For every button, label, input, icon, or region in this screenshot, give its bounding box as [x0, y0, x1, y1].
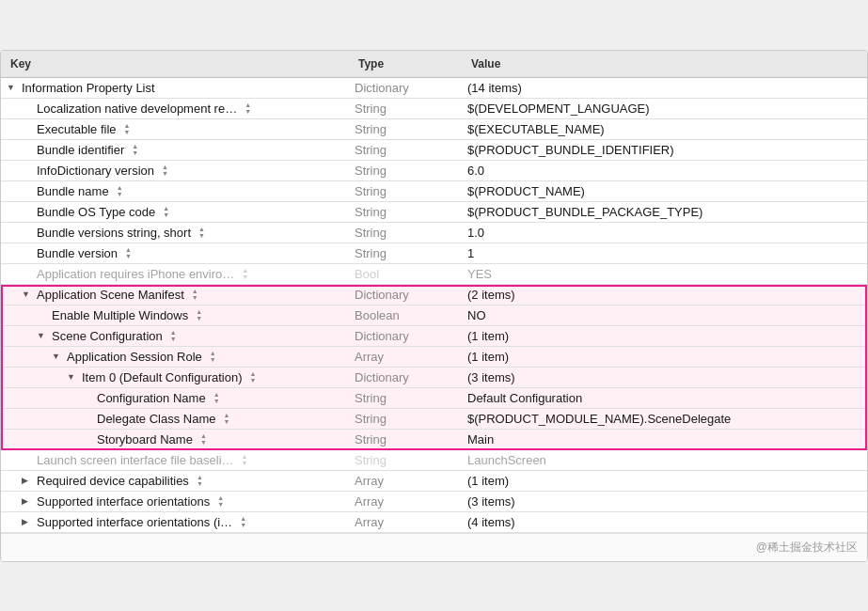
table-row[interactable]: Delegate Class Name▲▼String$(PRODUCT_MOD… [1, 409, 867, 430]
table-row[interactable]: Bundle versions string, short▲▼String1.0 [1, 223, 867, 243]
key-label: Application Scene Manifest [37, 288, 184, 302]
type-cell: String [349, 203, 462, 221]
table-row[interactable]: ▶Required device capabilities▲▼Array(1 i… [1, 471, 867, 492]
key-cell: ▶Supported interface orientations▲▼ [1, 493, 349, 510]
table-row[interactable]: ▼Application Session Role▲▼Array(1 item) [1, 347, 867, 368]
value-stepper[interactable]: ▲▼ [223, 412, 229, 425]
table-row[interactable]: Executable file▲▼String$(EXECUTABLE_NAME… [1, 119, 867, 140]
value-cell: $(PRODUCT_NAME) [462, 182, 867, 200]
value-stepper[interactable]: ▲▼ [132, 143, 138, 156]
table-row[interactable]: Storyboard Name▲▼StringMain [1, 430, 867, 450]
table-row[interactable]: ▶Supported interface orientations (i…▲▼A… [1, 512, 867, 533]
value-stepper[interactable]: ▲▼ [170, 329, 177, 342]
value-cell: $(PRODUCT_BUNDLE_PACKAGE_TYPE) [462, 203, 867, 221]
table-row[interactable]: Application requires iPhone enviro…▲▼Boo… [1, 264, 867, 285]
key-label: Executable file [37, 122, 117, 136]
plist-editor: Key Type Value ▼Information Property Lis… [0, 50, 868, 562]
key-cell: Bundle version▲▼ [1, 244, 349, 262]
collapse-triangle-icon[interactable]: ▼ [67, 372, 78, 382]
type-cell: Array [349, 348, 462, 366]
key-cell: ▼Application Scene Manifest▲▼ [1, 286, 349, 304]
value-cell: $(EXECUTABLE_NAME) [462, 120, 867, 138]
table-row[interactable]: ▼Information Property ListDictionary(14 … [1, 78, 867, 99]
table-row[interactable]: ▼Item 0 (Default Configuration)▲▼Diction… [1, 368, 867, 388]
value-cell: $(PRODUCT_BUNDLE_IDENTIFIER) [462, 141, 867, 159]
value-stepper[interactable]: ▲▼ [200, 432, 207, 446]
type-cell: String [349, 431, 462, 448]
value-cell: YES [462, 265, 867, 283]
value-stepper[interactable]: ▲▼ [210, 350, 216, 363]
expand-triangle-icon[interactable]: ▶ [22, 496, 33, 506]
value-cell: (1 item) [462, 348, 867, 366]
type-cell: String [349, 120, 462, 138]
expand-triangle-icon[interactable]: ▶ [22, 517, 33, 526]
key-label: Storyboard Name [97, 432, 193, 446]
value-cell: (2 items) [462, 286, 867, 304]
table-row[interactable]: Launch screen interface file baseli…▲▼St… [1, 450, 867, 471]
collapse-triangle-icon[interactable]: ▼ [7, 83, 18, 92]
key-cell: ▶Required device capabilities▲▼ [1, 472, 349, 490]
key-cell: ▶Supported interface orientations (i…▲▼ [1, 513, 349, 531]
value-cell: 6.0 [462, 162, 867, 180]
value-stepper[interactable]: ▲▼ [125, 246, 132, 259]
value-stepper[interactable]: ▲▼ [250, 370, 257, 384]
table-row[interactable]: Enable Multiple Windows▲▼BooleanNO [1, 306, 867, 326]
value-cell: (3 items) [462, 493, 867, 510]
type-cell: String [349, 389, 462, 407]
type-cell: Array [349, 493, 462, 510]
table-row[interactable]: Bundle version▲▼String1 [1, 243, 867, 264]
value-stepper[interactable]: ▲▼ [192, 288, 198, 301]
table-row[interactable]: InfoDictionary version▲▼String6.0 [1, 161, 867, 181]
table-body: ▼Information Property ListDictionary(14 … [1, 78, 867, 533]
key-label: Localization native development re… [37, 102, 237, 116]
key-cell: Launch screen interface file baseli…▲▼ [1, 451, 349, 469]
table-row[interactable]: Localization native development re…▲▼Str… [1, 99, 867, 119]
value-stepper[interactable]: ▲▼ [196, 308, 202, 321]
expand-triangle-icon[interactable]: ▶ [22, 476, 33, 485]
value-stepper[interactable]: ▲▼ [217, 494, 224, 508]
key-cell: InfoDictionary version▲▼ [1, 162, 349, 180]
value-cell: Main [462, 431, 867, 448]
type-cell: String [349, 100, 462, 118]
value-stepper[interactable]: ▲▼ [162, 164, 168, 177]
value-stepper[interactable]: ▲▼ [117, 184, 123, 197]
value-cell: (4 items) [462, 513, 867, 531]
value-cell: 1.0 [462, 224, 867, 242]
value-stepper[interactable]: ▲▼ [213, 391, 220, 404]
key-label: Bundle versions string, short [37, 226, 191, 240]
key-label: Enable Multiple Windows [52, 308, 188, 322]
table-row[interactable]: ▼Application Scene Manifest▲▼Dictionary(… [1, 285, 867, 306]
value-stepper[interactable]: ▲▼ [163, 205, 169, 218]
table-row[interactable]: ▶Supported interface orientations▲▼Array… [1, 492, 867, 512]
type-cell: String [349, 141, 462, 159]
value-stepper[interactable]: ▲▼ [240, 515, 246, 528]
key-label: Bundle OS Type code [37, 205, 155, 219]
value-stepper[interactable]: ▲▼ [124, 122, 131, 135]
table-row[interactable]: ▼Scene Configuration▲▼Dictionary(1 item) [1, 326, 867, 347]
table-row[interactable]: Bundle name▲▼String$(PRODUCT_NAME) [1, 181, 867, 202]
table-row[interactable]: Bundle OS Type code▲▼String$(PRODUCT_BUN… [1, 202, 867, 223]
value-stepper[interactable]: ▲▼ [242, 267, 248, 280]
key-cell: Bundle name▲▼ [1, 182, 349, 200]
header-type: Type [349, 55, 462, 73]
value-cell: 1 [462, 244, 867, 262]
value-stepper[interactable]: ▲▼ [198, 226, 205, 239]
type-cell: Bool [349, 265, 462, 283]
collapse-triangle-icon[interactable]: ▼ [37, 331, 48, 340]
key-label: Supported interface orientations [37, 494, 210, 509]
table-row[interactable]: Configuration Name▲▼StringDefault Config… [1, 388, 867, 409]
watermark: @稀土掘金技术社区 [1, 533, 867, 561]
value-stepper[interactable]: ▲▼ [245, 102, 251, 115]
key-label: Supported interface orientations (i… [37, 515, 232, 529]
type-cell: String [349, 162, 462, 180]
value-cell: $(PRODUCT_MODULE_NAME).SceneDelegate [462, 410, 867, 428]
table-row[interactable]: Bundle identifier▲▼String$(PRODUCT_BUNDL… [1, 140, 867, 161]
collapse-triangle-icon[interactable]: ▼ [52, 352, 63, 361]
type-cell: Boolean [349, 306, 462, 324]
collapse-triangle-icon[interactable]: ▼ [22, 290, 33, 299]
value-stepper[interactable]: ▲▼ [242, 453, 248, 466]
key-label: Application requires iPhone enviro… [37, 267, 234, 281]
key-cell: Bundle OS Type code▲▼ [1, 203, 349, 221]
key-cell: Enable Multiple Windows▲▼ [1, 306, 349, 324]
value-stepper[interactable]: ▲▼ [197, 474, 203, 487]
